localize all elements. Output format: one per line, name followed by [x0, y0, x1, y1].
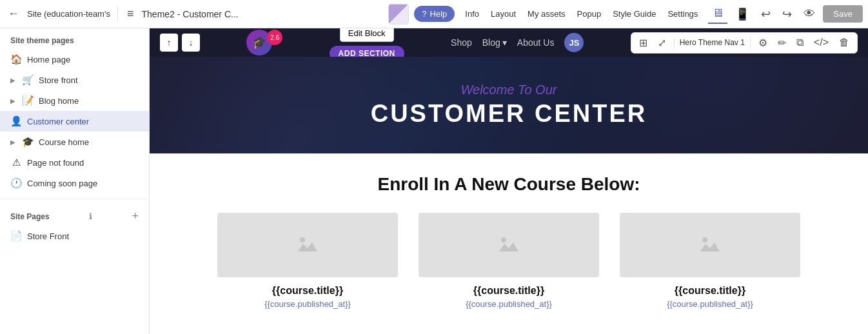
tablet-view-button[interactable]: 📱	[731, 5, 753, 24]
site-pages-label: Site Pages	[10, 212, 50, 221]
courses-grid: {{course.title}} {{course.published_at}}…	[175, 213, 842, 309]
sidebar-item-page-not-found[interactable]: ⚠ Page not found	[0, 152, 149, 173]
nav-layout[interactable]: Layout	[486, 6, 521, 22]
nav-shop[interactable]: Shop	[451, 37, 472, 48]
canvas: ↑ ↓ 🎓 2.6 Edit Block ADD SECTION Shop	[150, 28, 868, 334]
course-image-placeholder	[620, 213, 800, 277]
nav-my-assets[interactable]: My assets	[522, 6, 571, 22]
page-icon: 📄	[10, 230, 22, 242]
puzzle-icon[interactable]: ⊞	[636, 35, 650, 50]
arrow-down-button[interactable]: ↓	[182, 34, 200, 52]
add-page-button[interactable]: +	[132, 210, 139, 223]
course-title: {{course.title}}	[272, 285, 343, 297]
courses-heading: Enroll In A New Course Below:	[175, 174, 842, 195]
warning-icon: ⚠	[10, 157, 22, 168]
help-icon: ?	[422, 9, 426, 19]
save-button[interactable]: Save	[823, 5, 863, 23]
hamburger-button[interactable]: ≡	[124, 5, 137, 23]
svg-point-5	[702, 237, 707, 242]
course-date: {{course.published_at}}	[466, 299, 552, 309]
settings-icon[interactable]: ⚙	[756, 35, 770, 50]
topbar-icons: 🖥 📱 ↩ ↪ 👁 Save	[708, 4, 863, 24]
page-title: Theme2 - Customer C...	[142, 9, 384, 19]
topbar: ← Site (education-team's... ▾ ≡ Theme2 -…	[0, 0, 868, 28]
svg-point-3	[501, 237, 506, 242]
nav-section: ↑ ↓ 🎓 2.6 Edit Block ADD SECTION Shop	[150, 28, 868, 57]
desktop-view-button[interactable]: 🖥	[708, 4, 727, 24]
expand-icon: ▶	[10, 77, 15, 84]
sidebar-item-customer-center[interactable]: 👤 Customer center	[0, 111, 149, 132]
help-button[interactable]: ? Help	[414, 6, 455, 22]
theme-pages-label: Site theme pages	[0, 28, 149, 49]
course-card: {{course.title}} {{course.published_at}}	[419, 213, 599, 309]
code-icon[interactable]: </>	[811, 35, 831, 50]
nav-arrows: ↑ ↓	[160, 34, 200, 52]
site-pages-row: Site Pages ℹ +	[0, 204, 149, 226]
course-date: {{course.published_at}}	[264, 299, 351, 309]
courses-section: Enroll In A New Course Below: {{course.t…	[150, 153, 868, 329]
info-icon: ℹ	[89, 211, 92, 221]
block-name: Hero Theme Nav 1	[680, 38, 745, 47]
hero-welcome: Welcome To Our	[175, 83, 842, 97]
sidebar-item-store-front[interactable]: ▶ 🛒 Store front	[0, 70, 149, 90]
topbar-nav: Info Layout My assets Popup Style Guide …	[460, 6, 703, 22]
user-avatar[interactable]: JS	[564, 33, 584, 52]
logo-area: 🎓 2.6	[246, 30, 282, 55]
arrow-up-button[interactable]: ↑	[160, 34, 178, 52]
duplicate-icon[interactable]: ⧉	[794, 35, 806, 50]
toolbar-divider	[674, 37, 675, 48]
nav-popup[interactable]: Popup	[572, 6, 607, 22]
canvas-inner: ↑ ↓ 🎓 2.6 Edit Block ADD SECTION Shop	[150, 28, 868, 334]
redo-button[interactable]: ↪	[778, 5, 796, 24]
svg-point-1	[300, 237, 305, 242]
site-name[interactable]: Site (education-team's... ▾	[27, 9, 111, 19]
sidebar-item-store-front-page[interactable]: 📄 Store Front	[0, 226, 149, 246]
block-toolbar: ⊞ ⤢ Hero Theme Nav 1 ⚙ ✏ ⧉ </> 🗑	[631, 32, 858, 54]
course-icon: 🎓	[22, 136, 34, 148]
image-placeholder-icon	[295, 232, 321, 258]
course-date: {{course.published_at}}	[667, 299, 753, 309]
hero-content: Welcome To Our CUSTOMER CENTER	[175, 83, 842, 128]
sidebar-item-home-page[interactable]: 🏠 Home page	[0, 49, 149, 70]
dropdown-icon: ▾	[502, 37, 507, 48]
course-card: {{course.title}} {{course.published_at}}	[217, 213, 398, 309]
delete-icon[interactable]: 🗑	[836, 35, 852, 50]
sidebar-item-coming-soon[interactable]: 🕐 Coming soon page	[0, 173, 149, 193]
nav-blog[interactable]: Blog ▾	[482, 37, 507, 48]
preview-button[interactable]: 👁	[800, 5, 819, 23]
back-button[interactable]: ←	[5, 5, 22, 23]
store-icon: 🛒	[22, 74, 34, 86]
toolbar-divider	[750, 37, 751, 48]
nav-style-guide[interactable]: Style Guide	[607, 6, 661, 22]
edit-block-button[interactable]: Edit Block	[340, 28, 394, 42]
sidebar-divider	[0, 199, 149, 199]
hero-section: Welcome To Our CUSTOMER CENTER	[150, 57, 868, 153]
course-title: {{course.title}}	[675, 285, 745, 297]
sidebar-item-course-home[interactable]: ▶ 🎓 Course home	[0, 132, 149, 152]
hero-title: CUSTOMER CENTER	[175, 100, 842, 128]
course-card: {{course.title}} {{course.published_at}}	[620, 213, 800, 309]
main-area: Site theme pages 🏠 Home page ▶ 🛒 Store f…	[0, 28, 868, 334]
edit-block-popup-area: Edit Block ADD SECTION	[330, 28, 404, 61]
move-icon[interactable]: ⤢	[655, 35, 669, 50]
theme-preview[interactable]	[388, 4, 409, 25]
sidebar-item-blog-home[interactable]: ▶ 📝 Blog home	[0, 90, 149, 111]
course-image-placeholder	[217, 213, 398, 277]
home-icon: 🏠	[10, 54, 22, 65]
sidebar: Site theme pages 🏠 Home page ▶ 🛒 Store f…	[0, 28, 150, 334]
image-placeholder-icon	[697, 232, 723, 258]
expand-icon: ▶	[10, 139, 15, 146]
expand-icon: ▶	[10, 97, 15, 104]
svg-rect-2	[496, 232, 522, 258]
image-placeholder-icon	[496, 232, 522, 258]
nav-info[interactable]: Info	[460, 6, 484, 22]
nav-about[interactable]: About Us	[517, 37, 555, 48]
customer-icon: 👤	[10, 115, 22, 127]
nav-settings[interactable]: Settings	[662, 6, 703, 22]
course-title: {{course.title}}	[473, 285, 544, 297]
svg-rect-0	[295, 232, 321, 258]
undo-button[interactable]: ↩	[757, 5, 774, 24]
divider	[117, 6, 118, 22]
clock-icon: 🕐	[10, 177, 22, 189]
edit-icon[interactable]: ✏	[775, 35, 789, 50]
